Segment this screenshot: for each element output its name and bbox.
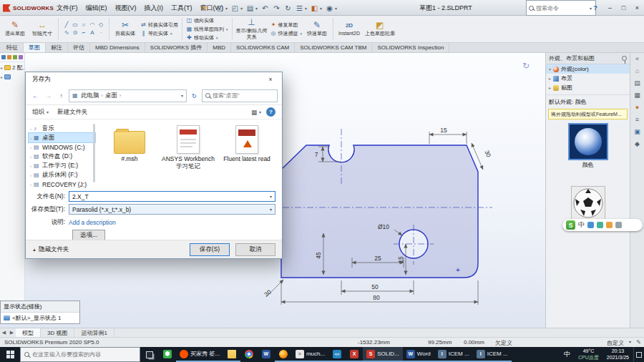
tab-scroll-right-icon[interactable]: ▶ xyxy=(8,328,16,337)
quick-sketch-button[interactable]: 快速草图 xyxy=(303,16,331,41)
tab-addins[interactable]: SOLIDWORKS 插件 xyxy=(145,43,208,52)
save-icon[interactable] xyxy=(245,2,255,14)
spline-tool-icon[interactable] xyxy=(64,29,69,37)
dialog-search-box[interactable] xyxy=(202,89,278,102)
sogou-logo-icon[interactable]: S xyxy=(566,220,575,230)
tree-item-recovery-j[interactable]: › RECOVERY (J:) xyxy=(29,180,95,189)
instant2d-button[interactable]: Instant2D xyxy=(336,16,363,41)
design-library-icon[interactable] xyxy=(634,79,640,87)
mirror-entities-button[interactable]: 镜向实体 xyxy=(186,17,228,24)
configurationmanager-tab-icon[interactable] xyxy=(13,55,17,59)
exit-sketch-button[interactable]: 退出草图 xyxy=(1,16,29,41)
display-delete-relations-button[interactable]: 显示/删除几何关系 xyxy=(235,16,269,41)
much-window-button[interactable]: much... xyxy=(292,347,328,362)
chevron-down-icon[interactable]: ▾ xyxy=(270,194,272,199)
start-button[interactable] xyxy=(0,347,20,362)
tab-evaluate[interactable]: 评估 xyxy=(68,43,90,52)
propertymanager-tab-icon[interactable] xyxy=(7,55,11,59)
redo-icon[interactable] xyxy=(271,2,282,14)
up-icon[interactable]: ↑ xyxy=(56,90,67,102)
ime-emoji-icon[interactable] xyxy=(597,222,603,228)
breadcrumb-desktop[interactable]: 桌面 xyxy=(105,92,117,100)
circle-tool-icon[interactable] xyxy=(82,21,86,29)
tab-model[interactable]: 模型 xyxy=(16,328,41,337)
tab-sketch[interactable]: 草图 xyxy=(24,43,46,52)
tab-scroll-left-icon[interactable]: ◀ xyxy=(0,328,8,337)
ime-mode-indicator[interactable]: 中 xyxy=(578,220,585,230)
red-x-app-button[interactable] xyxy=(346,347,363,362)
tree-item-windows-c[interactable]: › WINDOWS (C:) xyxy=(29,142,95,152)
command-search-box[interactable]: ▾ xyxy=(526,0,596,16)
ellipse-tool-icon[interactable] xyxy=(73,29,78,37)
breadcrumb[interactable]: 此电脑 › 桌面 › ▾ xyxy=(69,89,187,102)
tree-item-music[interactable]: › 音乐 xyxy=(29,124,95,133)
feature-manager-panel[interactable]: ▸ 2 配... ▸ xyxy=(0,53,25,300)
file-name-input[interactable] xyxy=(72,193,270,200)
point-tool-icon[interactable] xyxy=(100,29,102,37)
ime-indicator[interactable]: 中 xyxy=(560,350,575,359)
maximize-button[interactable]: □ xyxy=(617,0,630,16)
resources-icon[interactable] xyxy=(635,67,639,74)
save-type-combobox[interactable]: Parasolid (*.x_t;*.x_b) ▾ xyxy=(69,204,275,215)
save-button[interactable]: 保存(S) xyxy=(190,243,230,256)
view-mode-button[interactable]: ▾ xyxy=(251,109,261,116)
file-explorer-taskbar-button[interactable] xyxy=(223,347,240,362)
action-center-button[interactable] xyxy=(633,347,644,362)
file-item-ansys[interactable]: ANSYS Workbench学习笔记 xyxy=(161,125,215,170)
taskbar-clock[interactable]: 20:13 2021/3/25 xyxy=(602,348,633,361)
units-caret-icon[interactable]: ▾ xyxy=(629,339,631,344)
arc-tool-icon[interactable] xyxy=(90,21,95,29)
polygon-tool-icon[interactable] xyxy=(99,21,103,29)
custom-units-dropdown[interactable]: 自定义 xyxy=(607,339,624,347)
buyer-show-window-button[interactable]: 买家秀 签... xyxy=(176,347,223,362)
line-tool-icon[interactable] xyxy=(65,21,69,29)
ime-keyboard-icon[interactable] xyxy=(587,222,594,228)
forward-icon[interactable]: → xyxy=(43,90,54,102)
word-window-button[interactable]: Word xyxy=(403,347,434,362)
breadcrumb-this-pc[interactable]: 此电脑 xyxy=(81,92,99,100)
favorites-star-icon[interactable]: ★ xyxy=(202,0,208,16)
new-document-icon[interactable] xyxy=(215,2,225,14)
custom-properties-icon[interactable] xyxy=(635,116,639,123)
dialog-search-input[interactable] xyxy=(213,92,268,99)
texture-appearance-thumbnail[interactable] xyxy=(571,186,605,220)
tab-3d-views[interactable]: 3D 视图 xyxy=(41,328,74,337)
linear-sketch-pattern-button[interactable]: 线性草图阵列▾ xyxy=(186,26,228,33)
text-tool-icon[interactable] xyxy=(90,29,94,37)
sketch-fillet-tool-icon[interactable] xyxy=(82,29,86,37)
solidworks-add-in-icon[interactable] xyxy=(635,140,640,147)
feature-manager-tabs[interactable] xyxy=(0,53,24,62)
color-appearance-thumbnail[interactable] xyxy=(568,123,608,160)
solidworks-window-button[interactable]: SOLID... xyxy=(363,347,403,362)
ime-skin-icon[interactable] xyxy=(606,222,613,228)
convert-entities-button[interactable]: 转换实体引用 xyxy=(140,21,178,29)
display-state-item[interactable]: <默认>_显示状态 1 xyxy=(1,313,79,323)
tree-scrollbar[interactable] xyxy=(93,124,95,182)
file-name-combobox[interactable]: ▾ xyxy=(69,191,275,202)
hide-folders-button[interactable]: ▲ 隐藏文件夹 xyxy=(32,245,69,254)
chrome-taskbar-button[interactable] xyxy=(240,347,258,362)
scenes-tree-item[interactable]: ▸ 布景 xyxy=(546,74,630,83)
ime-toolbox-icon[interactable] xyxy=(615,222,622,228)
smart-dimension-button[interactable]: 智能尺寸 xyxy=(29,16,56,41)
tree-item-desktop[interactable]: › 桌面 xyxy=(29,133,95,142)
vscode-taskbar-button[interactable] xyxy=(328,347,346,362)
command-search-input[interactable] xyxy=(536,5,588,11)
collapse-pane-icon[interactable] xyxy=(635,55,639,62)
undo-icon[interactable] xyxy=(260,2,270,14)
wechat-taskbar-button[interactable] xyxy=(159,347,176,362)
dimxpert-tab-icon[interactable] xyxy=(19,55,23,59)
close-button[interactable]: × xyxy=(630,0,644,16)
file-explorer-icon[interactable] xyxy=(634,92,640,99)
word-pinned-button[interactable] xyxy=(258,347,275,362)
feature-tree-item[interactable]: ▸ xyxy=(0,73,24,81)
appearances-tree-item[interactable]: ▾ 外观(color) xyxy=(546,64,630,74)
ime-toolbar[interactable]: S 中 xyxy=(562,219,643,231)
tab-mbd-dimensions[interactable]: MBD Dimensions xyxy=(90,43,145,52)
firefox-taskbar-button[interactable] xyxy=(275,347,292,362)
dialog-close-button[interactable]: × xyxy=(259,72,282,87)
rectangle-tool-icon[interactable] xyxy=(72,21,78,29)
featuremanager-tab-icon[interactable] xyxy=(1,55,6,59)
tab-inspection[interactable]: SOLIDWORKS Inspection xyxy=(372,43,449,52)
new-folder-button[interactable]: 新建文件夹 xyxy=(57,108,88,117)
